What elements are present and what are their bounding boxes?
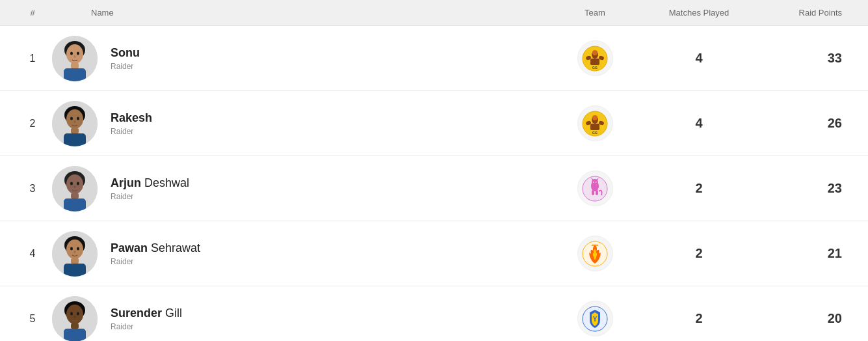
svg-rect-56 (64, 264, 86, 277)
svg-rect-6 (71, 63, 79, 68)
avatar (52, 36, 98, 81)
player-name: Pawan Sehrawat (111, 241, 200, 255)
svg-point-18 (70, 116, 73, 120)
svg-rect-55 (71, 258, 79, 264)
svg-point-35 (74, 185, 76, 188)
table-body: 1 Sonu (0, 26, 868, 341)
player-name: Surender Gill (111, 307, 182, 320)
team-cell: Y (543, 301, 647, 336)
matches-cell: 2 (647, 246, 751, 261)
team-cell (543, 236, 647, 271)
last-name: Sehrawat (151, 241, 200, 254)
player-cell: Rakesh Raider (52, 101, 543, 146)
col-header-team: Team (543, 8, 647, 18)
avatar (52, 101, 98, 146)
table-header: # Name Team Matches Played Raid Points (0, 0, 868, 26)
svg-point-3 (70, 51, 73, 55)
svg-point-54 (74, 251, 76, 253)
raid-points-cell: 26 (751, 116, 855, 131)
table-row[interactable]: 5 Surender Gill (0, 286, 868, 341)
svg-point-4 (77, 51, 79, 55)
svg-point-53 (77, 247, 79, 250)
player-name: Sonu (111, 46, 140, 60)
svg-point-52 (70, 247, 73, 250)
svg-point-13 (592, 50, 598, 55)
player-info: Pawan Sehrawat Raider (111, 241, 200, 266)
avatar (52, 296, 98, 342)
svg-rect-36 (71, 193, 79, 198)
rank-cell: 4 (13, 248, 52, 260)
rank-cell: 2 (13, 118, 52, 130)
col-header-matches: Matches Played (647, 8, 751, 18)
avatar (52, 231, 98, 277)
player-role: Raider (111, 257, 200, 266)
svg-rect-66 (64, 329, 86, 342)
first-name: Surender (111, 307, 162, 320)
svg-point-63 (77, 312, 79, 315)
svg-rect-48 (596, 190, 598, 195)
rank-cell: 5 (13, 313, 52, 325)
player-info: Rakesh Raider (111, 111, 152, 136)
table-row[interactable]: 3 Arjun Deshwal (0, 156, 868, 221)
svg-point-19 (77, 116, 79, 120)
rank-cell: 1 (13, 53, 52, 64)
svg-text:GG: GG (592, 66, 598, 70)
svg-point-62 (70, 312, 73, 315)
svg-rect-7 (64, 68, 86, 81)
matches-cell: 2 (647, 311, 751, 326)
svg-rect-10 (590, 59, 599, 65)
player-role: Raider (111, 62, 140, 71)
team-cell (543, 170, 647, 206)
table-row[interactable]: 4 Pawan Sehrawat (0, 221, 868, 286)
last-name: Deshwal (144, 176, 189, 189)
last-name: Gill (165, 307, 182, 320)
matches-cell: 2 (647, 181, 751, 196)
player-name: Arjun Deshwal (111, 176, 189, 190)
svg-rect-65 (71, 323, 79, 329)
first-name: Pawan (111, 241, 148, 254)
matches-cell: 4 (647, 51, 751, 66)
first-name: Sonu (111, 46, 140, 59)
player-role: Raider (111, 127, 152, 136)
raid-points-cell: 23 (751, 181, 855, 196)
matches-cell: 4 (647, 116, 751, 131)
svg-point-33 (70, 182, 73, 185)
svg-rect-21 (71, 128, 79, 133)
player-cell: Sonu Raider (52, 36, 543, 81)
col-header-rank: # (13, 8, 52, 18)
svg-point-5 (74, 55, 76, 58)
team-logo (577, 170, 613, 206)
svg-rect-22 (64, 133, 86, 146)
player-name: Rakesh (111, 111, 152, 125)
player-info: Sonu Raider (111, 46, 140, 71)
first-name: Arjun (111, 176, 141, 189)
team-logo (577, 236, 613, 271)
raid-points-cell: 33 (751, 51, 855, 66)
raid-points-cell: 21 (751, 246, 855, 261)
player-role: Raider (111, 322, 182, 331)
first-name: Rakesh (111, 111, 152, 124)
col-header-raid: Raid Points (751, 8, 855, 18)
player-info: Surender Gill Raider (111, 307, 182, 331)
team-logo: GG (577, 40, 613, 76)
rank-cell: 3 (13, 183, 52, 195)
table-row[interactable]: 2 Rakesh (0, 91, 868, 156)
team-logo: GG (577, 105, 613, 141)
player-cell: Arjun Deshwal Raider (52, 166, 543, 211)
svg-point-45 (594, 182, 594, 182)
svg-rect-47 (592, 190, 594, 195)
svg-point-34 (77, 182, 79, 185)
svg-text:Y: Y (593, 316, 598, 323)
svg-point-20 (74, 120, 76, 123)
player-role: Raider (111, 192, 189, 201)
team-cell: GG (543, 40, 647, 76)
svg-text:GG: GG (592, 131, 598, 135)
svg-point-28 (592, 115, 598, 120)
player-cell: Surender Gill Raider (52, 296, 543, 342)
leaderboard-table: # Name Team Matches Played Raid Points 1 (0, 0, 868, 341)
table-row[interactable]: 1 Sonu (0, 26, 868, 91)
svg-point-46 (596, 182, 597, 182)
avatar (52, 166, 98, 211)
raid-points-cell: 20 (751, 311, 855, 326)
player-info: Arjun Deshwal Raider (111, 176, 189, 201)
